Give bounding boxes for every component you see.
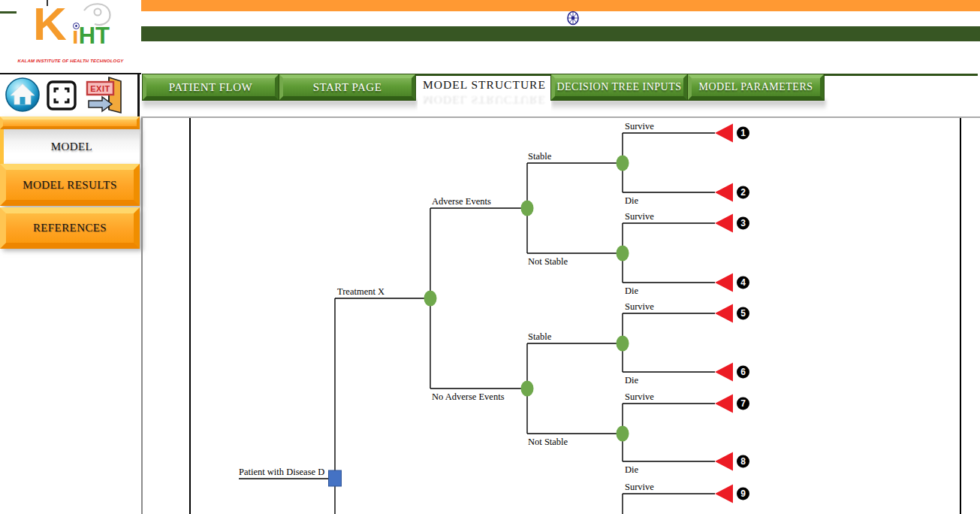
- exit-icon-label: EXIT: [90, 84, 110, 93]
- label-terminal-8: Die: [625, 464, 639, 475]
- tab-start-page[interactable]: START PAGE: [279, 74, 415, 100]
- chance-node-not-stable-bottom: [617, 426, 629, 442]
- tab-patient-flow[interactable]: PATIENT FLOW: [143, 74, 279, 100]
- label-terminal-5: Survive: [625, 301, 654, 312]
- label-terminal-2: Die: [625, 195, 639, 206]
- chance-node-stable-bottom: [617, 336, 629, 352]
- sidebar-item-references[interactable]: REFERENCES: [0, 207, 140, 249]
- exit-icon[interactable]: EXIT: [86, 76, 126, 113]
- decision-node-square: [329, 470, 342, 486]
- home-icon[interactable]: [5, 77, 41, 113]
- chance-node-treatment-x: [424, 291, 437, 307]
- badge-5: 5: [740, 308, 746, 319]
- label-stable-top: Stable: [528, 151, 552, 162]
- label-adverse-events: Adverse Events: [432, 196, 491, 207]
- badge-2: 2: [740, 187, 746, 198]
- tab-model-structure-label: MODEL STRUCTURE: [418, 78, 551, 92]
- ashoka-chakra-icon: [566, 10, 580, 26]
- terminal-node-8: [715, 452, 733, 471]
- chance-node-not-stable-top: [617, 246, 629, 262]
- chance-node-stable-top: [617, 156, 629, 171]
- decision-tree-diagram: 1 2 3 4 5 6 7 8 9 Patient with Disease D…: [189, 118, 960, 514]
- terminal-node-5: [715, 304, 733, 323]
- app-window: K ıHT KALAM INSTITUTE OF HEALTH TECHNOLO…: [0, 0, 980, 514]
- sidebar-item-model[interactable]: MODEL: [0, 129, 140, 164]
- kiht-logo: K ıHT KALAM INSTITUTE OF HEALTH TECHNOLO…: [0, 0, 141, 73]
- label-terminal-4: Die: [625, 286, 639, 296]
- badge-4: 4: [740, 277, 746, 288]
- india-flag-banner: [141, 0, 980, 74]
- flag-white-band: [141, 11, 980, 26]
- label-stable-bottom: Stable: [528, 331, 552, 342]
- terminal-node-4: [715, 274, 733, 292]
- content-right-border: [960, 118, 961, 514]
- tab-model-parameters-label: MODEL PARAMETERS: [698, 81, 813, 93]
- badge-7: 7: [740, 398, 746, 409]
- terminal-number-badges: 1 2 3 4 5 6 7 8 9: [737, 127, 749, 500]
- flag-saffron-band: [141, 0, 980, 11]
- badge-3: 3: [740, 218, 746, 228]
- label-not-stable-bottom: Not Stable: [528, 437, 568, 447]
- toolbar-right-border: [137, 74, 140, 116]
- sidebar-item-model-results[interactable]: MODEL RESULTS: [0, 164, 140, 206]
- sidebar-item-model-bevel: [0, 116, 140, 129]
- badge-8: 8: [740, 456, 746, 467]
- logo-letter-k: K: [33, 0, 67, 50]
- logo-tagline: KALAM INSTITUTE OF HEALTH TECHNOLOGY: [0, 59, 141, 63]
- logo-letter-i: ı: [72, 23, 79, 49]
- badge-1: 1: [740, 128, 746, 138]
- expand-icon[interactable]: [46, 80, 77, 111]
- tab-model-parameters[interactable]: MODEL PARAMETERS: [688, 74, 824, 100]
- terminal-node-3: [715, 214, 733, 233]
- label-terminal-9: Survive: [625, 482, 654, 492]
- terminal-node-7: [715, 395, 733, 413]
- badge-9: 9: [740, 488, 746, 499]
- sidebar-divider: [141, 118, 143, 514]
- label-not-stable-top: Not Stable: [528, 256, 568, 267]
- nav-shadow-left: [143, 100, 418, 110]
- toolbar: EXIT: [0, 74, 141, 116]
- tab-decision-tree-inputs-label: DECISION TREE INPUTS: [556, 81, 681, 93]
- top-tick-mark: [47, 0, 48, 6]
- tree-branch-lines: [239, 133, 715, 514]
- terminal-node-6: [715, 363, 733, 382]
- label-terminal-6: Die: [625, 375, 639, 386]
- tab-patient-flow-label: PATIENT FLOW: [169, 81, 252, 94]
- terminal-node-9: [715, 485, 733, 503]
- chance-node-no-adverse-events: [521, 381, 534, 397]
- label-no-adverse-events: No Adverse Events: [432, 392, 505, 402]
- logo-letters-iht: ıHT: [72, 23, 110, 50]
- terminal-node-1: [715, 124, 733, 143]
- label-terminal-3: Survive: [625, 211, 654, 222]
- tab-start-page-label: START PAGE: [313, 81, 382, 94]
- green-dash-mark: [0, 11, 17, 14]
- tab-decision-tree-inputs[interactable]: DECISION TREE INPUTS: [551, 74, 687, 100]
- label-root: Patient with Disease D: [239, 467, 324, 477]
- label-treatment-x: Treatment X: [337, 286, 384, 297]
- sidebar-item-references-label: REFERENCES: [33, 222, 107, 234]
- label-terminal-7: Survive: [625, 392, 654, 402]
- flag-green-band: [141, 26, 980, 41]
- sidebar-item-model-label: MODEL: [51, 141, 92, 153]
- terminal-node-2: [715, 183, 733, 202]
- label-terminal-1: Survive: [625, 121, 654, 132]
- nav-shadow-right: [551, 100, 826, 110]
- tab-model-structure-reflection: MODEL STRUCTURE: [418, 93, 551, 107]
- chance-node-adverse-events: [521, 201, 534, 216]
- badge-6: 6: [740, 367, 746, 377]
- sidebar-item-model-results-label: MODEL RESULTS: [23, 179, 116, 192]
- logo-letters-ht: HT: [79, 23, 110, 49]
